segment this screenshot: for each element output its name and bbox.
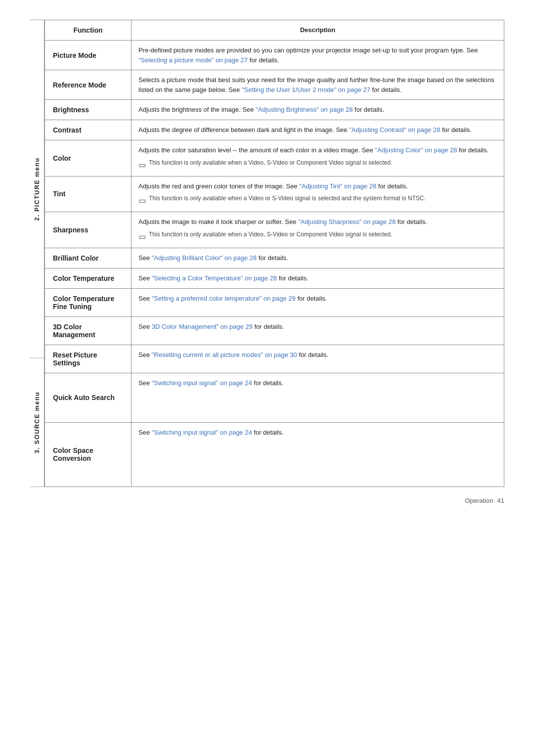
- link-color-space-conversion[interactable]: "Switching input signal" on page 24: [152, 429, 252, 436]
- table-row: Brightness Adjusts the brightness of the…: [45, 100, 504, 120]
- table-row: Sharpness Adjusts the image to make it l…: [45, 212, 504, 248]
- function-tint: Tint: [45, 176, 132, 212]
- desc-reset-picture-settings: See "Resetting current or all picture mo…: [132, 345, 504, 373]
- table-row: Brilliant Color See "Adjusting Brilliant…: [45, 248, 504, 268]
- table-row: Reset Picture Settings See "Resetting cu…: [45, 345, 504, 373]
- link-color[interactable]: "Adjusting Color" on page 28: [375, 146, 457, 154]
- desc-color-space-conversion: See "Switching input signal" on page 24 …: [132, 422, 504, 487]
- table-row: Reference Mode Selects a picture mode th…: [45, 70, 504, 100]
- link-brightness[interactable]: "Adjusting Brightness" on page 28: [256, 106, 353, 113]
- desc-tint: Adjusts the red and green color tones of…: [132, 176, 504, 212]
- note-sharpness: ▭ This function is only available when a…: [138, 230, 497, 243]
- table-row: Quick Auto Search See "Switching input s…: [45, 373, 504, 422]
- table-row: Color Space Conversion See "Switching in…: [45, 422, 504, 487]
- footer-page: 41: [497, 497, 504, 504]
- table-row: Color Temperature See "Selecting a Color…: [45, 268, 504, 288]
- note-color: ▭ This function is only available when a…: [138, 158, 497, 171]
- sidebar-picture-menu: 2. PICTURE menu: [30, 20, 44, 358]
- desc-3d-color-management: See 3D Color Management" on page 29 for …: [132, 316, 504, 345]
- function-brightness: Brightness: [45, 100, 132, 120]
- note-icon-sharpness: ▭: [138, 231, 146, 243]
- table-row: Color Temperature Fine Tuning See "Setti…: [45, 288, 504, 316]
- page-wrapper: 2. PICTURE menu 3. SOURCE menu Function …: [30, 20, 504, 504]
- desc-reference-mode: Selects a picture mode that best suits y…: [132, 70, 504, 100]
- table-row: Picture Mode Pre-defined picture modes a…: [45, 41, 504, 70]
- desc-brilliant-color: See "Adjusting Brilliant Color" on page …: [132, 248, 504, 268]
- link-contrast[interactable]: "Adjusting Contrast" on page 28: [349, 126, 440, 133]
- main-content: 2. PICTURE menu 3. SOURCE menu Function …: [30, 20, 504, 487]
- function-color: Color: [45, 140, 132, 177]
- link-picture-mode[interactable]: "Selecting a picture mode" on page 27: [138, 56, 248, 64]
- desc-brightness: Adjusts the brightness of the image. See…: [132, 100, 504, 120]
- function-color-temperature: Color Temperature: [45, 268, 132, 288]
- function-reset-picture-settings: Reset Picture Settings: [45, 345, 132, 373]
- col-description-header: Description: [132, 20, 504, 41]
- link-color-temperature[interactable]: "Selecting a Color Temperature" on page …: [152, 274, 277, 282]
- link-sharpness[interactable]: "Adjusting Sharpness" on page 28: [298, 218, 396, 225]
- sidebar: 2. PICTURE menu 3. SOURCE menu: [30, 20, 44, 487]
- function-brilliant-color: Brilliant Color: [45, 248, 132, 268]
- table-row: Color Adjusts the color saturation level…: [45, 140, 504, 177]
- desc-color: Adjusts the color saturation level -- th…: [132, 140, 504, 177]
- function-contrast: Contrast: [45, 120, 132, 140]
- table-row: Tint Adjusts the red and green color ton…: [45, 176, 504, 212]
- function-3d-color-management: 3D Color Management: [45, 316, 132, 345]
- link-reset-picture-settings[interactable]: "Resetting current or all picture modes"…: [152, 351, 297, 358]
- function-picture-mode: Picture Mode: [45, 41, 132, 70]
- desc-contrast: Adjusts the degree of difference between…: [132, 120, 504, 140]
- sidebar-source-menu: 3. SOURCE menu: [30, 358, 44, 487]
- desc-picture-mode: Pre-defined picture modes are provided s…: [132, 41, 504, 70]
- link-tint[interactable]: "Adjusting Tint" on page 28: [299, 182, 376, 190]
- link-reference-mode[interactable]: "Setting the User 1/User 2 mode" on page…: [242, 86, 370, 93]
- note-tint: ▭ This function is only available when a…: [138, 194, 497, 207]
- link-3d-color-management[interactable]: 3D Color Management" on page 29: [152, 323, 253, 330]
- desc-quick-auto-search: See "Switching input signal" on page 24 …: [132, 373, 504, 422]
- function-color-space-conversion: Color Space Conversion: [45, 422, 132, 487]
- function-reference-mode: Reference Mode: [45, 70, 132, 100]
- desc-color-temperature: See "Selecting a Color Temperature" on p…: [132, 268, 504, 288]
- main-table: Function Description Picture Mode: [44, 20, 504, 487]
- desc-sharpness: Adjusts the image to make it look sharpe…: [132, 212, 504, 248]
- function-quick-auto-search: Quick Auto Search: [45, 373, 132, 422]
- link-brilliant-color[interactable]: "Adjusting Brilliant Color" on page 28: [152, 254, 257, 262]
- link-color-temperature-fine-tuning[interactable]: "Setting a preferred color temperature" …: [152, 295, 296, 302]
- footer-label: Operation: [465, 497, 493, 504]
- page-footer: Operation 41: [30, 492, 504, 504]
- function-color-temperature-fine-tuning: Color Temperature Fine Tuning: [45, 288, 132, 316]
- table-row: 3D Color Management See 3D Color Managem…: [45, 316, 504, 345]
- function-sharpness: Sharpness: [45, 212, 132, 248]
- table-container: Function Description Picture Mode: [44, 20, 504, 487]
- note-icon-tint: ▭: [138, 195, 146, 207]
- desc-color-temperature-fine-tuning: See "Setting a preferred color temperatu…: [132, 288, 504, 316]
- note-icon-color: ▭: [138, 159, 146, 171]
- col-function-header: Function: [45, 20, 132, 41]
- table-row: Contrast Adjusts the degree of differenc…: [45, 120, 504, 140]
- link-quick-auto-search[interactable]: "Switching input signal" on page 24: [152, 379, 252, 387]
